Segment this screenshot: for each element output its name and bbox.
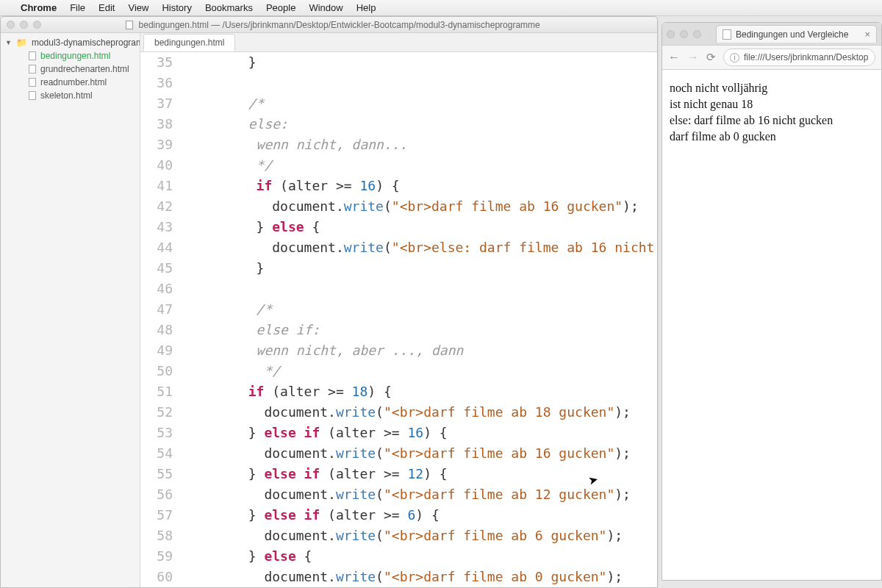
back-button-icon[interactable]: ← (668, 51, 680, 64)
folder-row[interactable]: ▼ 📁 modul3-dynamischeprogramm (1, 36, 140, 49)
line-number: 35 (140, 52, 173, 73)
line-number: 59 (140, 546, 173, 567)
file-row[interactable]: skeleton.html (1, 89, 140, 102)
file-row[interactable]: bedingungen.html (1, 49, 140, 62)
zoom-icon[interactable] (33, 21, 41, 29)
line-number: 41 (140, 176, 173, 196)
editor-tabbar[interactable]: bedingungen.html (140, 33, 657, 52)
code-line[interactable]: document.write("<br>darf filme ab 16 guc… (184, 196, 657, 217)
code-line[interactable]: if (alter >= 18) { (184, 381, 657, 402)
file-name: readnumber.html (40, 77, 107, 87)
browser-tabbar[interactable]: Bedingungen und Vergleiche × (662, 23, 881, 45)
editor-title-text: bedingungen.html — /Users/jbrinkmann/Des… (139, 20, 540, 30)
code-line[interactable]: */ (184, 155, 657, 176)
menu-help[interactable]: Help (356, 2, 376, 13)
code-line[interactable]: if (alter >= 16) { (184, 176, 657, 196)
line-number: 45 (140, 258, 173, 279)
line-number-gutter: 3536373839404142434445464748495051525354… (140, 52, 180, 587)
code-line[interactable]: document.write("<br>else: darf filme ab … (184, 237, 657, 258)
code-line[interactable]: document.write("<br>darf filme ab 16 guc… (184, 443, 657, 464)
line-number: 52 (140, 402, 173, 423)
line-number: 44 (140, 237, 173, 258)
file-tree-sidebar[interactable]: ▼ 📁 modul3-dynamischeprogramm bedingunge… (1, 33, 140, 587)
reload-button-icon[interactable]: ⟳ (706, 51, 716, 64)
folder-icon: 📁 (16, 37, 27, 48)
browser-traffic-lights[interactable] (667, 30, 701, 38)
menu-history[interactable]: History (162, 2, 191, 13)
file-icon (29, 65, 36, 74)
browser-tab[interactable]: Bedingungen und Vergleiche × (716, 25, 877, 43)
output-line: darf filme ab 0 gucken (670, 129, 874, 145)
line-number: 58 (140, 526, 173, 546)
editor-window: bedingungen.html — /Users/jbrinkmann/Des… (0, 16, 658, 588)
menu-edit[interactable]: Edit (98, 2, 115, 13)
browser-viewport[interactable]: noch nicht volljährigist nicht genau 18e… (662, 70, 881, 580)
file-icon (29, 78, 36, 87)
address-bar[interactable]: i file:///Users/jbrinkmann/Desktop (723, 49, 875, 66)
menu-view[interactable]: View (128, 2, 148, 13)
menu-window[interactable]: Window (309, 2, 343, 13)
code-line[interactable]: } (184, 52, 657, 73)
page-icon (723, 29, 731, 40)
line-number: 40 (140, 155, 173, 176)
minimize-icon[interactable] (680, 30, 688, 38)
editor-titlebar[interactable]: bedingungen.html — /Users/jbrinkmann/Des… (1, 17, 657, 33)
file-row[interactable]: grundrechenarten.html (1, 62, 140, 76)
line-number: 49 (140, 340, 173, 361)
code-line[interactable]: document.write("<br>darf filme ab 0 guck… (184, 567, 657, 587)
code-line[interactable]: } (184, 258, 657, 279)
code-line[interactable]: else if: (184, 320, 657, 340)
line-number: 50 (140, 361, 173, 381)
code-line[interactable]: document.write("<br>darf filme ab 12 guc… (184, 484, 657, 505)
tab-close-icon[interactable]: × (864, 29, 870, 40)
file-name: bedingungen.html (40, 51, 110, 61)
minimize-icon[interactable] (20, 21, 28, 29)
line-number: 56 (140, 484, 173, 505)
close-icon[interactable] (667, 30, 675, 38)
address-bar-url: file:///Users/jbrinkmann/Desktop (744, 52, 868, 62)
forward-button-icon[interactable]: → (687, 51, 699, 64)
browser-window: Bedingungen und Vergleiche × ← → ⟳ i fil… (662, 22, 882, 581)
zoom-icon[interactable] (693, 30, 701, 38)
code-line[interactable]: document.write("<br>darf filme ab 6 guck… (184, 526, 657, 546)
line-number: 47 (140, 299, 173, 320)
code-line[interactable]: wenn nicht, dann... (184, 135, 657, 155)
line-number: 51 (140, 381, 173, 402)
active-app-name[interactable]: Chrome (21, 2, 57, 13)
code-line[interactable]: /* (184, 93, 657, 114)
line-number: 57 (140, 505, 173, 526)
file-row[interactable]: readnumber.html (1, 76, 140, 89)
file-name: grundrechenarten.html (40, 64, 129, 74)
code-line[interactable]: } else { (184, 217, 657, 237)
code-line[interactable]: else: (184, 114, 657, 135)
code-line[interactable]: document.write("<br>darf filme ab 18 guc… (184, 402, 657, 423)
line-number: 37 (140, 93, 173, 114)
menu-people[interactable]: People (266, 2, 295, 13)
code-line[interactable] (184, 73, 657, 93)
close-icon[interactable] (7, 21, 15, 29)
line-number: 36 (140, 73, 173, 93)
editor-tab-label: bedingungen.html (154, 37, 224, 48)
menu-file[interactable]: File (70, 2, 85, 13)
file-icon (29, 91, 36, 100)
site-info-icon[interactable]: i (730, 53, 739, 62)
editor-tab[interactable]: bedingungen.html (143, 34, 235, 51)
line-number: 39 (140, 135, 173, 155)
code-editor[interactable]: 3536373839404142434445464748495051525354… (140, 52, 657, 587)
line-number: 55 (140, 464, 173, 484)
code-line[interactable]: */ (184, 361, 657, 381)
code-line[interactable] (184, 279, 657, 299)
code-content[interactable]: } /* else: wenn nicht, dann... */ if (al… (180, 52, 657, 587)
line-number: 38 (140, 114, 173, 135)
file-icon (126, 21, 133, 29)
editor-traffic-lights[interactable] (7, 21, 41, 29)
code-line[interactable]: } else if (alter >= 16) { (184, 423, 657, 443)
macos-menubar[interactable]: Chrome File Edit View History Bookmarks … (0, 0, 882, 16)
code-line[interactable]: } else { (184, 546, 657, 567)
menu-bookmarks[interactable]: Bookmarks (205, 2, 253, 13)
code-line[interactable]: wenn nicht, aber ..., dann (184, 340, 657, 361)
code-line[interactable]: /* (184, 299, 657, 320)
disclosure-triangle-icon[interactable]: ▼ (5, 39, 12, 46)
line-number: 46 (140, 279, 173, 299)
code-line[interactable]: } else if (alter >= 6) { (184, 505, 657, 526)
